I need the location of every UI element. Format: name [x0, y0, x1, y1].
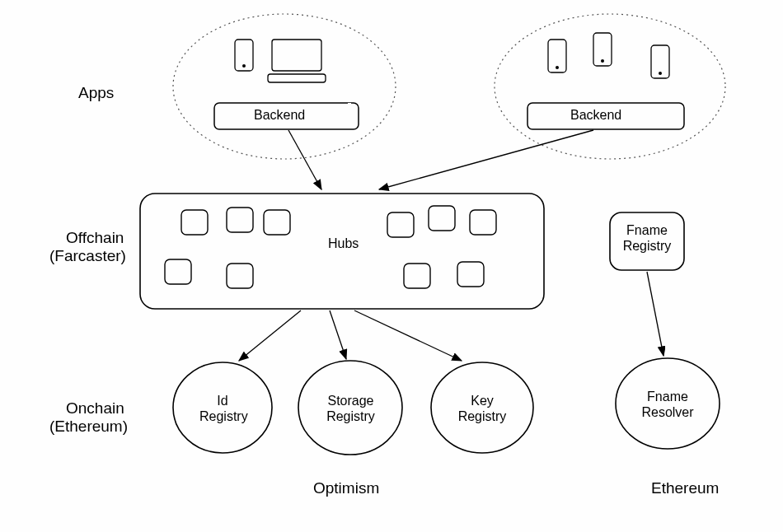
arrow-backend2-hubs: [379, 130, 593, 189]
fname-registry-label: Fname Registry: [621, 222, 673, 254]
svg-point-2: [556, 66, 559, 69]
hub-node: [227, 264, 253, 288]
hub-node: [429, 206, 455, 231]
svg-point-3: [601, 59, 604, 63]
hub-node: [227, 208, 253, 232]
hub-node: [470, 210, 496, 235]
svg-point-1: [242, 64, 246, 68]
backend-label-2: Backend: [570, 107, 621, 123]
hub-node: [264, 210, 290, 235]
laptop-screen-icon: [272, 40, 321, 71]
architecture-diagram: [0, 0, 783, 532]
hub-node: [165, 259, 191, 284]
arrow-hubs-storage-registry: [330, 310, 346, 359]
id-registry-label: Id Registry: [199, 393, 246, 424]
app-cluster-1: [173, 14, 396, 159]
hub-node: [181, 210, 208, 235]
layer-label-onchain-sub: (Ethereum): [49, 418, 128, 436]
hub-node: [404, 264, 430, 288]
laptop-base-icon: [268, 74, 326, 82]
layer-label-apps: Apps: [78, 84, 114, 102]
arrow-fname-registry-resolver: [647, 272, 663, 356]
arrow-hubs-id-registry: [239, 310, 301, 361]
backend-label-1: Backend: [254, 107, 305, 123]
arrow-hubs-key-registry: [354, 310, 462, 361]
hub-node: [387, 212, 414, 237]
key-registry-label: Key Registry: [457, 393, 507, 424]
hub-node: [457, 262, 484, 287]
optimism-label: Optimism: [313, 479, 379, 497]
hubs-label: Hubs: [328, 236, 359, 251]
svg-point-4: [659, 72, 662, 75]
ethereum-label: Ethereum: [651, 479, 719, 497]
fname-resolver-label: Fname Resolver: [640, 389, 695, 420]
layer-label-onchain: Onchain: [66, 399, 124, 418]
app-cluster-2: [495, 14, 725, 159]
storage-registry-label: Storage Registry: [324, 393, 377, 424]
layer-label-offchain: Offchain: [66, 229, 124, 247]
layer-label-offchain-sub: (Farcaster): [49, 247, 126, 265]
arrow-backend1-hubs: [288, 130, 321, 189]
